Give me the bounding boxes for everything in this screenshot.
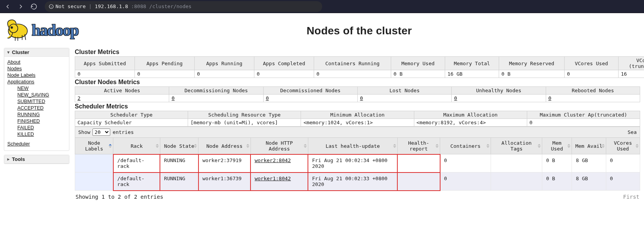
cell: worker2:8042 (251, 154, 308, 173)
col-mem-reserved[interactable]: Memory Reserved (499, 57, 565, 70)
col-mem-avail[interactable]: Mem Avail (572, 138, 606, 154)
node-http-link[interactable]: worker2:8042 (255, 157, 291, 163)
decommissioning-link[interactable]: 0 (172, 95, 175, 101)
sidebar-tools-title: Tools (12, 156, 25, 162)
col-decomm-ing[interactable]: Decommissioning Nodes (169, 87, 263, 95)
cell (397, 173, 440, 191)
sidebar-item-app-new-saving[interactable]: NEW_SAVING (17, 92, 49, 98)
sidebar-item-node-labels[interactable]: Node Labels (7, 72, 35, 78)
length-entries-label: entries (113, 129, 134, 135)
cell: 0 (440, 173, 491, 191)
col-mem-total[interactable]: Memory Total (445, 57, 499, 70)
sidebar-tools-header[interactable]: ▸ Tools (4, 155, 69, 164)
col-node-address[interactable]: Node Address (198, 138, 251, 154)
col-max-cluster[interactable]: Maximum Cluster Ap(truncated) (527, 111, 640, 119)
col-apps-running[interactable]: Apps Running (195, 57, 254, 70)
col-min-alloc[interactable]: Minimum Allocation (301, 111, 414, 119)
cell: <memory:8192, vCores:4> (414, 119, 527, 127)
cell: 0 (606, 154, 640, 173)
paginate-first[interactable]: First (623, 194, 639, 200)
sidebar-item-app-finished[interactable]: FINISHED (17, 118, 40, 124)
col-max-alloc[interactable]: Maximum Allocation (414, 111, 527, 119)
table-header-row: Scheduler Type Scheduling Resource Type … (75, 111, 640, 119)
sidebar-item-app-accepted[interactable]: ACCEPTED (17, 105, 44, 111)
sort-icon (303, 143, 307, 149)
col-health-report[interactable]: Health-report (397, 138, 440, 154)
back-button[interactable] (2, 1, 13, 12)
cell: 0 B (542, 154, 572, 173)
col-containers[interactable]: Containers (440, 138, 491, 154)
cell: 0 (314, 70, 391, 78)
sort-icon (246, 143, 250, 149)
col-vcores-trunc[interactable]: VCores (truncated) (619, 57, 644, 70)
forward-button[interactable] (15, 1, 26, 12)
col-node-state[interactable]: Node State (160, 138, 198, 154)
col-active[interactable]: Active Nodes (75, 87, 169, 95)
sidebar-item-app-running[interactable]: RUNNING (17, 112, 40, 117)
col-lost[interactable]: Lost Nodes (357, 87, 451, 95)
site-info-button[interactable]: Not secure (49, 3, 86, 9)
rebooted-nodes-link[interactable]: 0 (548, 95, 552, 101)
col-mem-used[interactable]: Mem Used (542, 138, 572, 154)
col-node-labels[interactable]: Node Labels (75, 138, 113, 154)
cell: worker2:37919 (198, 154, 251, 173)
cluster-metrics-table: Apps Submitted Apps Pending Apps Running… (75, 56, 644, 78)
cell (75, 154, 113, 173)
sort-icon (635, 143, 639, 149)
col-sched-res[interactable]: Scheduling Resource Type (188, 111, 301, 119)
svg-point-5 (11, 27, 13, 29)
cell: 0 (75, 70, 135, 78)
sidebar-item-nodes[interactable]: Nodes (7, 66, 22, 71)
col-apps-submitted[interactable]: Apps Submitted (75, 57, 135, 70)
col-decomm-ed[interactable]: Decommissioned Nodes (263, 87, 357, 95)
sidebar-item-app-failed[interactable]: FAILED (17, 125, 34, 130)
url-host: 192.168.1.8 (95, 3, 128, 9)
col-apps-pending[interactable]: Apps Pending (135, 57, 195, 70)
col-unhealthy[interactable]: Unhealthy Nodes (452, 87, 546, 95)
col-last-health[interactable]: Last health-update (308, 138, 397, 154)
col-alloc-tags[interactable]: Allocation Tags (491, 138, 542, 154)
col-http-address[interactable]: Node HTTP Address (251, 138, 308, 154)
sidebar-item-scheduler[interactable]: Scheduler (7, 141, 30, 147)
col-mem-used[interactable]: Memory Used (391, 57, 445, 70)
col-vcores-used[interactable]: VCores Used (606, 138, 640, 154)
cell: 0 (440, 154, 491, 173)
col-apps-completed[interactable]: Apps Completed (254, 57, 314, 70)
hadoop-logo[interactable]: hadoop (3, 16, 78, 44)
cell: worker1:36739 (198, 173, 251, 191)
cell: Capacity Scheduler (75, 119, 188, 127)
sidebar-cluster-header[interactable]: ▾ Cluster (4, 48, 69, 57)
length-select[interactable]: 102050100 (92, 129, 110, 136)
cell: 0 (357, 95, 451, 102)
sidebar-item-app-submitted[interactable]: SUBMITTED (17, 99, 45, 104)
sidebar-item-app-killed[interactable]: KILLED (17, 132, 34, 137)
address-bar[interactable]: Not secure | 192.168.1.8:8088/cluster/no… (45, 1, 322, 12)
page-title: Nodes of the cluster (78, 25, 640, 37)
sidebar-tools-panel: ▸ Tools (4, 155, 69, 164)
scheduler-metrics-table: Scheduler Type Scheduling Resource Type … (75, 111, 640, 127)
col-sched-type[interactable]: Scheduler Type (75, 111, 188, 119)
cell: 0 B (542, 173, 572, 191)
col-rebooted[interactable]: Rebooted Nodes (546, 87, 640, 95)
decommissioned-link[interactable]: 0 (266, 95, 269, 101)
section-cluster-metrics: Cluster Metrics (75, 49, 640, 56)
sidebar-item-app-new[interactable]: NEW (17, 86, 29, 91)
sidebar-item-about[interactable]: About (7, 59, 20, 65)
unhealthy-nodes-link[interactable]: 0 (454, 95, 457, 101)
table-row: Capacity Scheduler [memory-mb (unit=Mi),… (75, 119, 640, 127)
cell: 0 (254, 70, 314, 78)
sidebar-item-applications[interactable]: Applications (7, 79, 34, 85)
reload-button[interactable] (29, 1, 39, 12)
col-vcores-used[interactable]: VCores Used (565, 57, 619, 70)
info-icon (49, 4, 54, 9)
col-containers[interactable]: Containers Running (314, 57, 391, 70)
sort-icon (155, 143, 159, 149)
cell: 0 (195, 70, 254, 78)
sort-asc-icon (108, 143, 112, 149)
cell: /default-rack (113, 173, 160, 191)
lost-nodes-link[interactable]: 0 (360, 95, 363, 101)
node-http-link[interactable]: worker1:8042 (255, 176, 291, 181)
cell: 0 (452, 95, 546, 102)
col-rack[interactable]: Rack (113, 138, 160, 154)
active-nodes-link[interactable]: 2 (77, 95, 81, 101)
